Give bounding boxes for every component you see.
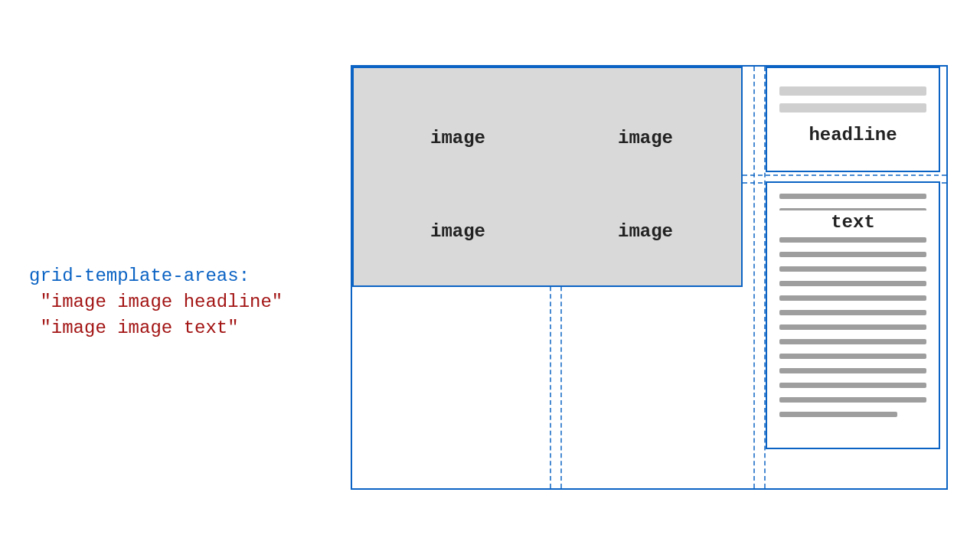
area-text: text xyxy=(766,181,940,449)
cell-label-1-1: image xyxy=(618,221,673,242)
cell-label-0-1: image xyxy=(618,128,673,148)
cell-label-0-0: image xyxy=(430,128,485,148)
slide: grid-template-areas: "image image headli… xyxy=(0,0,980,551)
css-code-block: grid-template-areas: "image image headli… xyxy=(29,237,283,341)
grid-diagram: image image image image headline text xyxy=(351,65,948,490)
headline-label: headline xyxy=(767,125,939,145)
area-image: image image image image xyxy=(352,67,743,287)
css-value-row-2: "image image text" xyxy=(29,318,239,338)
cell-label-1-0: image xyxy=(430,221,485,242)
grid-line-v2 xyxy=(753,67,755,488)
text-label: text xyxy=(767,210,939,234)
css-value-row-1: "image image headline" xyxy=(29,292,283,312)
headline-placeholder-lines xyxy=(779,79,926,112)
area-headline: headline xyxy=(766,67,940,172)
css-property: grid-template-areas: xyxy=(29,266,250,286)
